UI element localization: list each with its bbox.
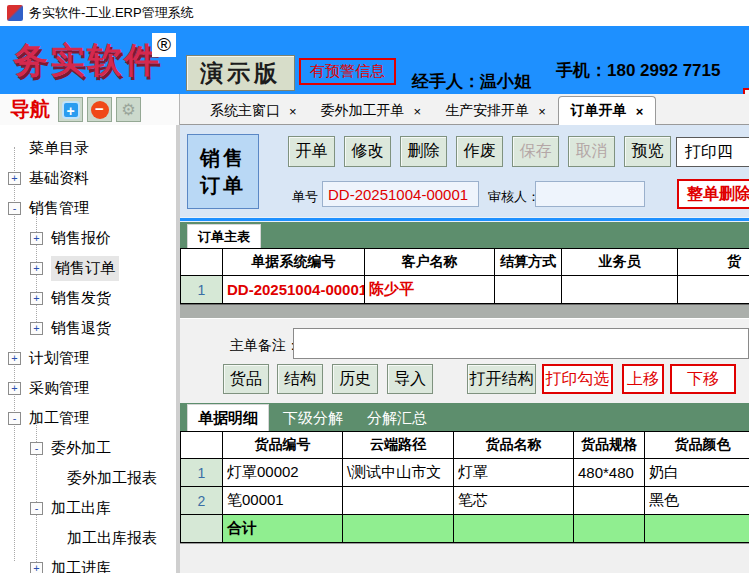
toggle-icon[interactable]: - [8,412,21,425]
window-titlebar: 务实软件-工业.ERP管理系统 [0,0,749,26]
nav-title: 导航 [10,96,50,123]
tab-breakdown-summary[interactable]: 分解汇总 [357,405,437,431]
toggle-icon[interactable]: + [8,352,21,365]
handler-name: 温小姐 [480,72,531,91]
cell-settlement[interactable] [495,276,562,304]
goods-button[interactable]: 货品 [223,364,269,394]
tree-item-sales-mgmt[interactable]: -销售管理 [0,193,176,223]
tree-label: 基础资料 [29,169,89,188]
tree-item-sales-quote[interactable]: +销售报价 [0,223,176,253]
row-number[interactable]: 1 [181,459,223,487]
tab-label: 订单开单 [571,102,627,120]
toggle-icon[interactable]: + [30,322,43,335]
tab-detail-lines[interactable]: 单据明细 [187,404,269,431]
delete-button[interactable]: 删除 [400,136,447,167]
close-icon[interactable]: × [289,104,297,119]
tree-item-process-mgmt[interactable]: -加工管理 [0,403,176,433]
tree-item-basic-data[interactable]: +基础资料 [0,163,176,193]
master-tab-band: 订单主表 [180,222,749,248]
tab-system-main[interactable]: 系统主窗口× [198,97,309,124]
cell-total [343,515,454,543]
row-selector-header [181,432,223,459]
print-checked-button[interactable]: 打印勾选 [542,364,613,394]
row-number[interactable]: 1 [181,276,223,304]
tab-production-plan[interactable]: 生产安排开单× [433,97,558,124]
close-icon[interactable]: × [538,104,546,119]
col-header-item-spec: 货品规格 [574,432,645,459]
move-down-button[interactable]: 下移 [670,364,736,394]
toggle-icon[interactable]: + [8,172,21,185]
structure-button[interactable]: 结构 [277,364,323,394]
toggle-icon[interactable]: + [30,262,43,275]
cell-item-code[interactable]: 笔00001 [223,487,343,515]
tree-item-menu-catalog[interactable]: 菜单目录 [0,133,176,163]
close-icon[interactable]: × [636,104,644,119]
clipped-red-button[interactable] [743,88,749,94]
cell-cloud-path[interactable] [343,487,454,515]
tree-item-process-inbound[interactable]: +加工进库 [0,553,176,573]
toggle-icon[interactable]: - [30,442,43,455]
cell-item-name[interactable]: 笔芯 [454,487,574,515]
cell-total [454,515,574,543]
new-order-button[interactable]: 开单 [288,136,335,167]
tree-item-sales-delivery[interactable]: +销售发货 [0,283,176,313]
tab-sub-breakdown[interactable]: 下级分解 [273,405,353,431]
tree-label: 加工进库 [51,559,111,573]
cell-item-color[interactable]: 奶白 [645,459,749,487]
history-button[interactable]: 历史 [332,364,378,394]
import-button[interactable]: 导入 [387,364,433,394]
remark-input[interactable] [293,328,749,359]
tree-item-purchase-mgmt[interactable]: +采购管理 [0,373,176,403]
cell-item-color[interactable]: 黑色 [645,487,749,515]
total-row: 合计 [181,515,749,543]
void-button[interactable]: 作废 [456,136,503,167]
col-header-item-color: 货品颜色 [645,432,749,459]
cell-item-name[interactable]: 灯罩 [454,459,574,487]
cell-item-spec[interactable]: 480*480 [574,459,645,487]
cancel-button[interactable]: 取消 [568,136,615,167]
modify-button[interactable]: 修改 [344,136,391,167]
settings-button[interactable]: ⚙ [116,97,141,122]
tab-master-table[interactable]: 订单主表 [187,224,261,248]
detail-grid: 货品编号 云端路径 货品名称 货品规格 货品颜色 1 灯罩00002 \测试中山… [180,431,749,543]
toggle-icon[interactable]: + [8,382,21,395]
cell-item-spec[interactable] [574,487,645,515]
tree-item-sales-order[interactable]: +销售订单 [0,253,176,283]
tree-item-sales-return[interactable]: +销售退货 [0,313,176,343]
expand-all-icon: + [62,101,80,119]
expand-all-button[interactable]: + [58,97,83,122]
toggle-icon[interactable]: + [30,562,43,573]
cell-salesman[interactable] [562,276,678,304]
tab-sales-order-active[interactable]: 订单开单× [558,96,657,125]
tab-outsource-order[interactable]: 委外加工开单× [309,97,434,124]
move-up-button[interactable]: 上移 [622,364,664,394]
close-icon[interactable]: × [414,104,422,119]
print-template-combo[interactable]: 打印四 [676,137,749,167]
toggle-icon[interactable]: + [30,292,43,305]
toggle-icon[interactable]: - [30,502,43,515]
qq-number: 801 44944 [604,91,684,94]
collapse-all-button[interactable]: − [87,97,112,122]
tree-item-outsource-process[interactable]: -委外加工 [0,433,176,463]
tree-item-plan-mgmt[interactable]: +计划管理 [0,343,176,373]
toggle-icon[interactable]: + [30,232,43,245]
row-number[interactable]: 2 [181,487,223,515]
remark-label: 主单备注： [230,337,300,355]
delete-whole-order-button[interactable]: 整单删除 [677,179,749,209]
preview-button[interactable]: 预览 [624,136,671,167]
auditor-input[interactable] [535,181,645,207]
open-structure-button[interactable]: 打开结构 [467,364,536,394]
cell-doc-no[interactable]: DD-20251004-00001 [223,276,365,304]
cell-customer[interactable]: 陈少平 [365,276,495,304]
tree-item-process-outbound-report[interactable]: 加工出库报表 [0,523,176,553]
order-no-input[interactable]: DD-20251004-00001 [322,181,479,207]
cell-goods[interactable] [678,276,749,304]
save-button[interactable]: 保存 [512,136,559,167]
toggle-icon[interactable]: - [8,202,21,215]
tree-item-outsource-report[interactable]: 委外加工报表 [0,463,176,493]
cell-item-code[interactable]: 灯罩00002 [223,459,343,487]
cell-cloud-path[interactable]: \测试中山市文 [343,459,454,487]
tree-item-process-outbound[interactable]: -加工出库 [0,493,176,523]
cell-total [574,515,645,543]
warning-info-button[interactable]: 有预警信息 [299,58,396,85]
